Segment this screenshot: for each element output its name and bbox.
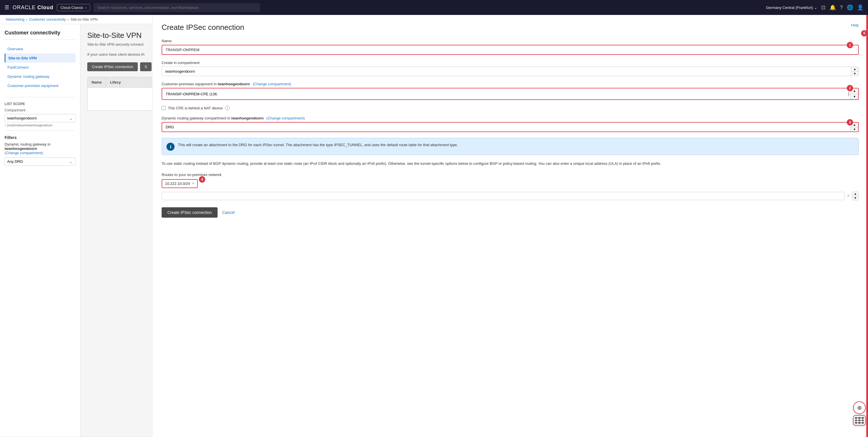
compartment-form-group: Create in compartment ▲ ▼ — [162, 61, 859, 76]
drg-down[interactable]: ▼ — [851, 127, 858, 131]
filters-title: Filters — [5, 135, 75, 140]
compartment-form-label: Create in compartment — [162, 61, 859, 65]
modal-overlay: Create IPSec connection Help Name 1 Crea… — [152, 15, 868, 437]
compartment-up[interactable]: ▲ — [851, 67, 859, 71]
nat-checkbox-label: This CPE is behind a NAT device — [168, 106, 223, 110]
sidebar-link-cpe: Customer-premises equipment — [7, 84, 59, 88]
sidebar-change-compartment-link[interactable]: (Change compartment) — [5, 151, 43, 155]
compartment-select-wrapper: iwanhoogendoorn — [5, 114, 75, 122]
name-input[interactable] — [162, 45, 859, 55]
modal-header: Create IPSec connection Help — [162, 23, 859, 32]
cloud-classic-button[interactable]: Cloud Classic › — [57, 4, 90, 11]
hamburger-icon[interactable]: ☰ — [5, 4, 9, 11]
sidebar-item-fastconnect[interactable]: FastConnect — [5, 63, 75, 72]
name-form-group: Name 1 — [162, 39, 859, 55]
compartment-select[interactable]: iwanhoogendoorn — [5, 114, 75, 122]
s-button[interactable]: S — [140, 62, 152, 71]
route-down[interactable]: ▼ — [852, 196, 859, 200]
name-label: Name — [162, 39, 859, 43]
top-navigation: ☰ ORACLE Cloud Cloud Classic › Germany C… — [0, 0, 868, 15]
region-label: Germany Central (Frankfurt) — [766, 5, 813, 10]
drg-label: Dynamic routing gateway compartment in i… — [162, 116, 859, 120]
drg-form-group: Dynamic routing gateway compartment in i… — [162, 116, 859, 132]
badge-1: 1 — [847, 42, 853, 48]
route-tag-remove[interactable]: × — [192, 182, 194, 186]
cpe-input[interactable] — [162, 88, 847, 99]
drg-input[interactable] — [162, 123, 850, 131]
compartment-input[interactable] — [162, 67, 851, 76]
route-up[interactable]: ▲ — [852, 192, 859, 196]
oracle-logo: ORACLE Cloud — [12, 5, 53, 11]
create-ipsec-connection-button[interactable]: Create IPSec connection — [162, 207, 218, 218]
help-link[interactable]: Help — [851, 23, 859, 27]
cpe-change-compartment-link[interactable]: (Change compartment) — [253, 82, 291, 86]
region-arrow: ⌄ — [814, 5, 817, 10]
routes-form-group: Routes to your on-premises network 10.22… — [162, 173, 859, 200]
sidebar-item-cpe[interactable]: Customer-premises equipment — [5, 81, 75, 90]
badge-4: 4 — [199, 176, 205, 183]
route-value: 10.222.10.0/24 — [165, 182, 190, 186]
cloud-classic-arrow: › — [85, 5, 86, 10]
drg-select-wrapper: Any DRG — [5, 157, 75, 166]
sidebar-link-overview: Overview — [7, 47, 23, 51]
nat-info-icon[interactable]: i — [225, 106, 229, 110]
breadcrumb-sep-2: › — [67, 17, 69, 22]
compartment-arrows: ▲ ▼ — [851, 67, 859, 76]
user-avatar[interactable]: 👤 — [857, 4, 863, 11]
nav-right: Germany Central (Frankfurt) ⌄ ⊡ 🔔 ? 🌐 👤 — [766, 4, 863, 11]
compartment-select-with-arrows: ▲ ▼ — [162, 67, 859, 76]
cpe-label: Customer-premises equipment in iwanhooge… — [162, 82, 859, 86]
region-selector[interactable]: Germany Central (Frankfurt) ⌄ — [766, 5, 817, 10]
sidebar-item-overview[interactable]: Overview — [5, 44, 75, 54]
cpe-down[interactable]: ▼ — [851, 94, 858, 100]
breadcrumb-networking[interactable]: Networking — [6, 17, 24, 22]
globe-icon[interactable]: 🌐 — [847, 4, 853, 11]
cloud-classic-label: Cloud Classic — [61, 5, 83, 10]
compartment-down[interactable]: ▼ — [851, 71, 859, 76]
sidebar: Customer connectivity Overview Site-to-S… — [0, 24, 81, 437]
list-scope-label: List scope — [5, 102, 75, 106]
route-stepper: ▲ ▼ — [852, 191, 859, 200]
drg-select[interactable]: Any DRG — [5, 157, 75, 166]
breadcrumb-sep-1: › — [26, 17, 27, 22]
display-icon[interactable]: ⊡ — [821, 4, 826, 11]
help-widget: ⊕ — [853, 401, 866, 426]
breadcrumb-site-to-site: Site-to-Site VPN — [71, 17, 98, 22]
red-scrollbar[interactable] — [866, 15, 868, 437]
nat-checkbox-row: This CPE is behind a NAT device i — [162, 106, 859, 110]
compartment-label: Compartment — [5, 108, 75, 112]
info-box-text: This will create an attachment to the DR… — [178, 142, 458, 151]
drg-filter-label: Dynamic routing gateway in iwanhoogendoo… — [5, 142, 75, 155]
modal-title: Create IPSec connection — [162, 23, 244, 32]
route-add-wrapper: × ▲ ▼ — [162, 191, 859, 200]
nat-checkbox[interactable] — [162, 106, 166, 110]
drg-select-with-arrows: ▲ ▼ — [162, 122, 859, 132]
help-grid-icon[interactable] — [853, 415, 866, 426]
sidebar-item-site-to-site[interactable]: Site-to-Site VPN — [5, 54, 75, 63]
info-box: ℹ This will create an attachment to the … — [162, 138, 859, 155]
cancel-button[interactable]: Cancel — [222, 210, 235, 215]
help-circle-icon[interactable]: ⊕ — [853, 401, 866, 414]
desc-text: To use static routing instead of BGP dyn… — [162, 161, 859, 167]
drg-change-compartment-link[interactable]: (Change compartment) — [267, 116, 305, 120]
route-add-remove[interactable]: × — [847, 193, 849, 198]
sidebar-nav: Overview Site-to-Site VPN FastConnect Dy… — [5, 44, 75, 90]
sidebar-link-drg: Dynamic routing gateway — [7, 74, 50, 79]
route-add-input[interactable] — [162, 192, 845, 200]
badge-3: 3 — [847, 119, 853, 125]
info-box-icon: ℹ — [166, 143, 175, 151]
search-input[interactable] — [94, 3, 260, 12]
sidebar-link-site-to-site: Site-to-Site VPN — [8, 56, 37, 60]
cpe-select-wrapper: ) ▲ ▼ — [162, 88, 859, 100]
modal-actions: Create IPSec connection Cancel — [162, 207, 859, 218]
table-col-lifecycle: Lifecy — [106, 77, 125, 87]
sidebar-item-drg[interactable]: Dynamic routing gateway — [5, 72, 75, 81]
breadcrumb-customer-connectivity[interactable]: Customer connectivity — [29, 17, 66, 22]
create-ipsec-button[interactable]: Create IPSec connection — [87, 62, 138, 71]
bell-icon[interactable]: 🔔 — [830, 4, 836, 11]
routes-label: Routes to your on-premises network — [162, 173, 859, 177]
sidebar-title: Customer connectivity — [5, 30, 75, 40]
sidebar-link-fastconnect: FastConnect — [7, 65, 29, 69]
compartment-hint: ↑ (root)/network/iwanhoogendoorn — [5, 123, 75, 127]
help-icon[interactable]: ? — [840, 5, 843, 11]
